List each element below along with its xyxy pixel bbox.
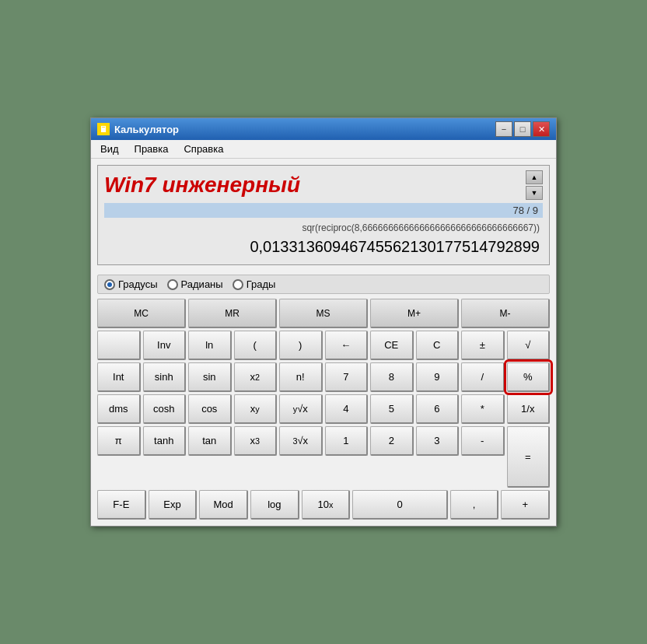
display-header: Win7 инженерный ▲ ▼	[104, 170, 543, 200]
btn-dms[interactable]: dms	[97, 394, 141, 424]
btn-row3: dms cosh cos xy y√x 4 5 6 * 1/x	[97, 394, 550, 424]
btn-ln[interactable]: ln	[188, 331, 232, 360]
btn-9[interactable]: 9	[416, 362, 460, 392]
title-bar: 🖩 Калькулятор − □ ✕	[91, 118, 556, 140]
btn-row5: F-E Exp Mod log 10x 0 , +	[97, 490, 550, 520]
radio-grad-label: Грады	[247, 278, 276, 290]
btn-row2: Int sinh sin x2 n! 7 8 9 / %	[97, 362, 550, 392]
display-result: 0,01331360946745562130177514792899	[104, 236, 543, 260]
btn-log[interactable]: log	[250, 490, 299, 520]
btn-5[interactable]: 5	[370, 394, 414, 424]
btn-yroot[interactable]: y√x	[279, 394, 323, 424]
calc-body: Градусы Радианы Грады MC MR MS M+ M- Inv…	[91, 271, 556, 526]
btn-ms[interactable]: MS	[279, 299, 368, 328]
btn-divide[interactable]: /	[461, 362, 505, 392]
window-title: Калькулятор	[114, 124, 179, 135]
btn-3[interactable]: 3	[416, 426, 460, 456]
btn-close-paren[interactable]: )	[279, 331, 323, 360]
radio-radian-label: Радианы	[181, 278, 223, 290]
menu-pravka[interactable]: Правка	[128, 142, 175, 156]
btn-mc[interactable]: MC	[97, 299, 186, 328]
radio-grad[interactable]: Грады	[233, 278, 276, 290]
btn-tan[interactable]: tan	[188, 426, 232, 456]
btn-cos[interactable]: cos	[188, 394, 232, 424]
radio-radian[interactable]: Радианы	[167, 278, 223, 290]
radio-gradus-label: Градусы	[118, 278, 158, 290]
btn-backspace[interactable]: ←	[325, 331, 369, 360]
btn-c[interactable]: C	[416, 331, 460, 360]
btn-exp[interactable]: Exp	[149, 490, 198, 520]
close-button[interactable]: ✕	[533, 121, 550, 137]
btn-fe[interactable]: F-E	[97, 490, 146, 520]
btn-int[interactable]: Int	[97, 362, 141, 392]
menu-bar: Вид Правка Справка	[91, 140, 556, 159]
btn-pi[interactable]: π	[97, 426, 141, 456]
menu-vid[interactable]: Вид	[94, 142, 125, 156]
display-history: 78 / 9	[104, 203, 543, 218]
radio-gradus[interactable]: Градусы	[104, 278, 158, 290]
btn-xpowy[interactable]: xy	[234, 394, 278, 424]
btn-sinh[interactable]: sinh	[143, 362, 187, 392]
radio-grad-circle	[233, 279, 243, 290]
btn-percent[interactable]: %	[507, 362, 551, 392]
btn-mminus[interactable]: M-	[461, 299, 550, 328]
btn-multiply[interactable]: *	[461, 394, 505, 424]
btn-mplus[interactable]: M+	[370, 299, 459, 328]
btn-sqrt[interactable]: √	[507, 331, 551, 360]
memory-row: MC MR MS M+ M-	[97, 299, 550, 328]
arrow-down-button[interactable]: ▼	[526, 186, 543, 200]
btn-plus[interactable]: +	[501, 490, 550, 520]
display-area: Win7 инженерный ▲ ▼ 78 / 9 sqr(reciproc(…	[97, 165, 550, 265]
btn-row1: Inv ln ( ) ← CE C ± √	[97, 331, 550, 360]
btn-equals[interactable]: =	[507, 426, 551, 488]
arrow-up-button[interactable]: ▲	[526, 170, 543, 184]
display-title: Win7 инженерный	[104, 173, 300, 198]
display-expression: sqr(reciproc(8,6666666666666666666666666…	[104, 221, 543, 236]
btn-sin[interactable]: sin	[188, 362, 232, 392]
btn-empty1[interactable]	[97, 331, 141, 360]
maximize-button[interactable]: □	[514, 121, 531, 137]
btn-factorial[interactable]: n!	[279, 362, 323, 392]
angle-unit-row: Градусы Радианы Грады	[97, 275, 550, 294]
btn-2[interactable]: 2	[370, 426, 414, 456]
btn-open-paren[interactable]: (	[234, 331, 278, 360]
menu-spravka[interactable]: Справка	[177, 142, 229, 156]
btn-mr[interactable]: MR	[188, 299, 277, 328]
btn-cuberoot[interactable]: 3√x	[279, 426, 323, 456]
btn-4[interactable]: 4	[325, 394, 369, 424]
app-icon: 🖩	[97, 123, 110, 135]
btn-row4: π tanh tan x3 3√x 1 2 3 - =	[97, 426, 550, 488]
btn-minus[interactable]: -	[461, 426, 505, 456]
radio-radian-circle	[167, 279, 178, 290]
display-arrows: ▲ ▼	[526, 170, 543, 200]
btn-7[interactable]: 7	[325, 362, 369, 392]
title-bar-controls: − □ ✕	[495, 121, 550, 137]
radio-gradus-circle	[104, 279, 115, 290]
btn-reciprocal[interactable]: 1/x	[507, 394, 551, 424]
btn-xcubed[interactable]: x3	[234, 426, 278, 456]
btn-ce[interactable]: CE	[370, 331, 414, 360]
btn-xsquared[interactable]: x2	[234, 362, 278, 392]
btn-mod[interactable]: Mod	[199, 490, 248, 520]
btn-tanh[interactable]: tanh	[143, 426, 187, 456]
btn-10x[interactable]: 10x	[302, 490, 351, 520]
btn-8[interactable]: 8	[370, 362, 414, 392]
btn-inv[interactable]: Inv	[143, 331, 187, 360]
btn-1[interactable]: 1	[325, 426, 369, 456]
btn-comma[interactable]: ,	[450, 490, 499, 520]
btn-plusminus[interactable]: ±	[461, 331, 505, 360]
btn-cosh[interactable]: cosh	[143, 394, 187, 424]
calculator-window: 🖩 Калькулятор − □ ✕ Вид Правка Справка W…	[90, 117, 557, 527]
minimize-button[interactable]: −	[495, 121, 512, 137]
btn-0[interactable]: 0	[352, 490, 447, 520]
title-bar-left: 🖩 Калькулятор	[97, 123, 179, 135]
btn-6[interactable]: 6	[416, 394, 460, 424]
